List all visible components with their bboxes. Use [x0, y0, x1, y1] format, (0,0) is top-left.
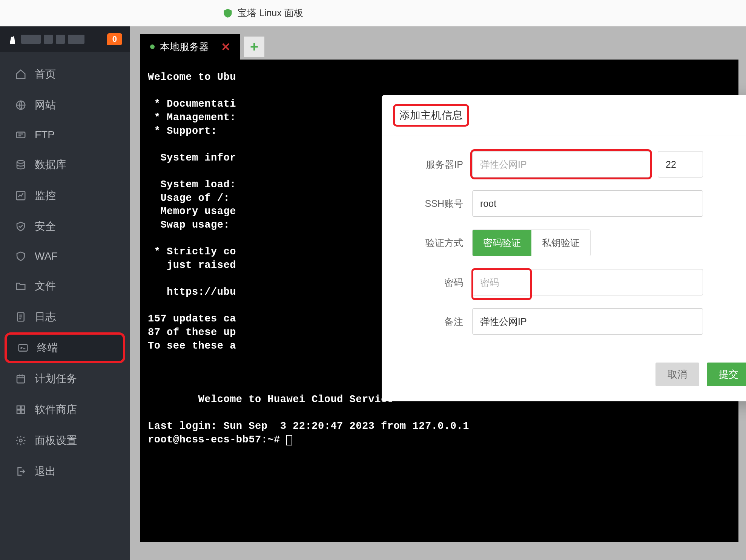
- nav-exit[interactable]: 退出: [0, 456, 130, 487]
- database-icon: [15, 159, 26, 170]
- modal-title: 添加主机信息: [382, 95, 746, 136]
- nav-terminal[interactable]: 终端: [5, 332, 125, 363]
- nav-files[interactable]: 文件: [0, 271, 130, 301]
- add-tab-button[interactable]: +: [244, 37, 264, 57]
- auth-toggle: 密码验证 私钥验证: [472, 230, 591, 256]
- nav-ftp[interactable]: FTP: [0, 121, 130, 149]
- content-area: 本地服务器 ✕ + Welcome to Ubu * Documentati *…: [130, 26, 746, 560]
- svg-rect-8: [21, 406, 25, 409]
- shield-icon: [15, 251, 26, 262]
- topbar-title: 宝塔 Linux 面板: [238, 7, 303, 19]
- status-dot-icon: [150, 44, 155, 49]
- svg-point-2: [17, 161, 25, 164]
- logo-icon: [8, 34, 17, 45]
- label-server-ip: 服务器IP: [404, 158, 472, 171]
- nav-database[interactable]: 数据库: [0, 149, 130, 180]
- sidebar-header: 0: [0, 26, 130, 52]
- svg-rect-6: [17, 375, 25, 383]
- auth-password-option[interactable]: 密码验证: [473, 230, 531, 256]
- svg-rect-9: [17, 410, 20, 413]
- submit-button[interactable]: 提交: [707, 363, 746, 386]
- calendar-icon: [15, 373, 26, 384]
- chart-icon: [15, 190, 26, 201]
- nav-logs[interactable]: 日志: [0, 301, 130, 332]
- nav-monitor[interactable]: 监控: [0, 180, 130, 211]
- globe-icon: [15, 99, 26, 111]
- nav-security[interactable]: 安全: [0, 211, 130, 242]
- cancel-button[interactable]: 取消: [655, 363, 699, 386]
- cursor-icon: [286, 435, 292, 445]
- svg-rect-10: [21, 410, 25, 413]
- topbar: 宝塔 Linux 面板: [0, 0, 746, 26]
- log-icon: [15, 311, 26, 323]
- nav-home[interactable]: 首页: [0, 59, 130, 90]
- label-ssh-account: SSH账号: [404, 197, 472, 210]
- nav-cron[interactable]: 计划任务: [0, 363, 130, 394]
- nav-site[interactable]: 网站: [0, 90, 130, 121]
- home-icon: [15, 69, 26, 80]
- terminal-tabbar: 本地服务器 ✕ +: [140, 34, 738, 60]
- ssh-account-input[interactable]: [472, 190, 703, 217]
- password-input[interactable]: [472, 269, 703, 295]
- grid-icon: [15, 404, 26, 415]
- folder-icon: [15, 280, 26, 292]
- nav-settings[interactable]: 面板设置: [0, 425, 130, 456]
- shield-check-icon: [15, 221, 26, 232]
- exit-icon: [15, 466, 26, 477]
- ftp-icon: [15, 129, 26, 141]
- nav-store[interactable]: 软件商店: [0, 394, 130, 425]
- svg-rect-1: [17, 132, 25, 138]
- sidebar: 0 首页 网站 FTP 数据库 监控 安全 WAF 文件 日志 终端 计划任务 …: [0, 26, 130, 560]
- nav: 首页 网站 FTP 数据库 监控 安全 WAF 文件 日志 终端 计划任务 软件…: [0, 52, 130, 487]
- label-auth-method: 验证方式: [404, 237, 472, 249]
- port-input[interactable]: [658, 151, 703, 177]
- terminal-tab-local[interactable]: 本地服务器 ✕: [140, 34, 240, 60]
- svg-rect-7: [17, 406, 20, 409]
- terminal-icon: [17, 342, 29, 353]
- label-password: 密码: [404, 276, 472, 289]
- server-ip-input[interactable]: [472, 151, 650, 177]
- label-remark: 备注: [404, 315, 472, 328]
- nav-waf[interactable]: WAF: [0, 242, 130, 271]
- remark-input[interactable]: [472, 308, 703, 335]
- auth-key-option[interactable]: 私钥验证: [531, 230, 590, 256]
- add-host-modal: ✕ 添加主机信息 服务器IP SSH账号 验证方式 密码验证 私钥验证: [382, 95, 746, 401]
- svg-rect-5: [19, 344, 28, 351]
- notification-badge[interactable]: 0: [107, 33, 122, 45]
- svg-point-11: [19, 439, 22, 442]
- server-ip-mask: [21, 35, 103, 44]
- app-logo-icon: [223, 8, 233, 18]
- tab-label: 本地服务器: [160, 40, 209, 54]
- close-icon[interactable]: ✕: [221, 40, 230, 54]
- gear-icon: [15, 435, 26, 446]
